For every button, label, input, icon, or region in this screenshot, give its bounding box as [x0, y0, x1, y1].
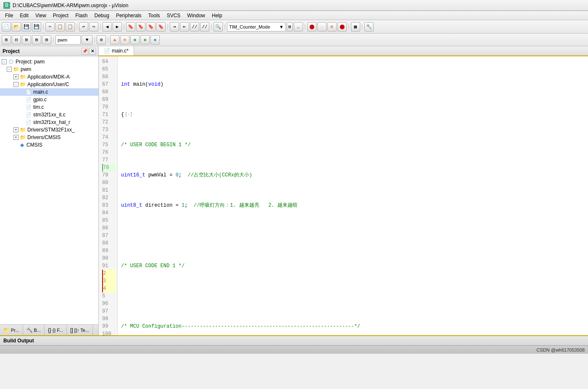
- menu-flash[interactable]: Flash: [72, 12, 91, 19]
- drivers-stm-icon: 📁: [19, 127, 26, 133]
- tree-project-root[interactable]: - ⬡ Project: pwm: [0, 58, 98, 66]
- tree-pwm-folder[interactable]: - 📁 pwm: [0, 66, 98, 73]
- indent-btn[interactable]: ⇥: [170, 22, 179, 32]
- layout-btn[interactable]: ▦: [351, 22, 360, 32]
- tree-app-mdk[interactable]: + 📁 Application/MDK-A: [0, 73, 98, 81]
- bottom-tab-project[interactable]: 📁 Pr...: [0, 325, 23, 335]
- menu-edit[interactable]: Edit: [16, 12, 32, 19]
- menu-file[interactable]: File: [2, 12, 16, 19]
- menu-debug[interactable]: Debug: [91, 12, 113, 19]
- sep2: [76, 22, 78, 32]
- ln-71: 71: [102, 111, 116, 118]
- sep-tb2-3: [107, 35, 109, 45]
- new-btn[interactable]: 📄: [2, 22, 11, 32]
- tree-gpio-c[interactable]: 📄 gpio.c: [0, 96, 98, 103]
- toggle-app-user[interactable]: -: [13, 82, 18, 87]
- code-view[interactable]: 64 65 66 67 68 69 70 71 72 73 74 75 76 7…: [99, 56, 588, 335]
- title-text: D:\CUBACS\pwm\MDK-ARM\pwm.uvprojx - µVis…: [13, 3, 128, 8]
- code-line-68: uint8_t direction = 1; //呼吸灯方向：1. 越来越亮 2…: [121, 202, 585, 209]
- menu-project[interactable]: Project: [50, 12, 72, 19]
- tree-tim-c[interactable]: 📄 tim.c: [0, 103, 98, 111]
- ln-74: 74: [102, 134, 116, 141]
- tree-label-stm32-it: stm32f1xx_it.c: [33, 112, 66, 118]
- ln-69: 69: [102, 96, 116, 103]
- project-name-input[interactable]: [55, 35, 81, 45]
- download-btn[interactable]: ⬤: [338, 22, 347, 32]
- save-all-btn[interactable]: 💾: [32, 22, 41, 32]
- ln-82: 82: [102, 194, 116, 202]
- cut-btn[interactable]: ✂: [45, 22, 55, 32]
- build2-btn[interactable]: ○: [317, 22, 327, 32]
- bottom-tab-functions[interactable]: {} {} F...: [45, 325, 67, 335]
- tb2-dropdown[interactable]: ▼: [82, 35, 92, 45]
- comment-btn[interactable]: //: [190, 22, 199, 32]
- bookmark3-btn[interactable]: 🔖: [146, 22, 156, 32]
- bookmark4-btn[interactable]: 🔖: [156, 22, 166, 32]
- tb2-build-config[interactable]: ⚙: [97, 35, 106, 45]
- target-dropdown[interactable]: TIM_Counter_Mode ▼: [227, 22, 286, 32]
- menu-view[interactable]: View: [32, 12, 50, 19]
- tree-stm32-hal[interactable]: 📄 stm32f1xx_hal_r: [0, 118, 98, 126]
- tree-app-user[interactable]: - 📁 Application/User/C: [0, 81, 98, 88]
- tree-stm32-it[interactable]: 📄 stm32f1xx_it.c: [0, 111, 98, 118]
- bookmark2-btn[interactable]: 🔖: [136, 22, 145, 32]
- project-root-icon: ⬡: [8, 59, 14, 65]
- nav-back-btn[interactable]: ◀: [103, 22, 112, 32]
- tb2-btn3[interactable]: ⊞: [22, 35, 31, 45]
- tree-main-c[interactable]: 📄 main.c: [0, 88, 98, 96]
- tb2-btn1[interactable]: ⊞: [2, 35, 11, 45]
- tb2-btn4[interactable]: ⊞: [32, 35, 41, 45]
- toggle-pwm[interactable]: -: [7, 67, 12, 72]
- menu-svcs[interactable]: SVCS: [163, 12, 184, 19]
- settings-btn[interactable]: 🔧: [364, 22, 374, 32]
- ln-88: 88: [102, 239, 116, 247]
- tb2-flash3[interactable]: ◆: [130, 35, 140, 45]
- redo-btn[interactable]: ↪: [89, 22, 98, 32]
- tb2-flash1[interactable]: ▲: [110, 35, 119, 45]
- bookmark1-btn[interactable]: 🔖: [126, 22, 135, 32]
- ln-75: 75: [102, 141, 116, 149]
- uncomment-btn[interactable]: //: [200, 22, 209, 32]
- ln-68: 68: [102, 88, 116, 96]
- save-btn[interactable]: 💾: [22, 22, 31, 32]
- tb2-flash2[interactable]: ⊕: [120, 35, 129, 45]
- menu-help[interactable]: Help: [208, 12, 226, 19]
- unindent-btn[interactable]: ⇤: [180, 22, 189, 32]
- bottom-tab-build[interactable]: 🔨 B...: [23, 325, 45, 335]
- menu-peripherals[interactable]: Peripherals: [113, 12, 145, 19]
- ln-86: 86: [102, 224, 116, 232]
- paste-btn[interactable]: 📋: [66, 22, 75, 32]
- collapse-65[interactable]: [-]: [125, 111, 132, 118]
- stop-btn[interactable]: ⊘: [327, 22, 337, 32]
- code-text[interactable]: int main(void) {[-] /* USER CODE BEGIN 1…: [118, 56, 588, 335]
- tree-drivers-stm[interactable]: + 📁 Drivers/STM32F1xx_: [0, 126, 98, 134]
- toggle-drivers-stm[interactable]: +: [13, 127, 18, 132]
- ln-66: 66: [102, 73, 116, 81]
- open-btn[interactable]: 📂: [12, 22, 21, 32]
- find-btn[interactable]: 🔍: [214, 22, 223, 32]
- tim-c-icon: 📄: [25, 104, 32, 110]
- pin-icon[interactable]: 📌: [82, 48, 88, 55]
- toggle-drivers-cmsis[interactable]: +: [13, 135, 18, 140]
- stm32-hal-icon: 📄: [25, 119, 32, 125]
- bottom-tab-templates[interactable]: [] []↑ Te...: [67, 325, 93, 335]
- tb2-btn5[interactable]: ⊞: [42, 35, 51, 45]
- tree-drivers-cmsis[interactable]: + 📁 Drivers/CMSIS: [0, 134, 98, 141]
- main-c-tab[interactable]: 📄 main.c*: [99, 46, 134, 56]
- undo-btn[interactable]: ↩: [79, 22, 88, 32]
- close-panel-icon[interactable]: ✕: [89, 48, 96, 55]
- toggle-app-mdk[interactable]: +: [13, 74, 18, 79]
- copy-btn[interactable]: 📋: [55, 22, 65, 32]
- options-btn[interactable]: ⊞: [287, 22, 293, 32]
- tb2-flash4[interactable]: ◆: [140, 35, 150, 45]
- toggle-root[interactable]: -: [2, 59, 7, 64]
- more-btn[interactable]: …: [294, 22, 303, 32]
- bottom-tab-templates-label: []↑ Te...: [74, 328, 89, 333]
- menu-window[interactable]: Window: [184, 12, 208, 19]
- menu-tools[interactable]: Tools: [145, 12, 163, 19]
- tree-cmsis[interactable]: ◆ CMSIS: [0, 141, 98, 149]
- tb2-btn2[interactable]: ⊟: [12, 35, 21, 45]
- build-btn[interactable]: ⬤: [307, 22, 316, 32]
- nav-fwd-btn[interactable]: ▶: [113, 22, 122, 32]
- tb2-flash5[interactable]: ◆: [150, 35, 160, 45]
